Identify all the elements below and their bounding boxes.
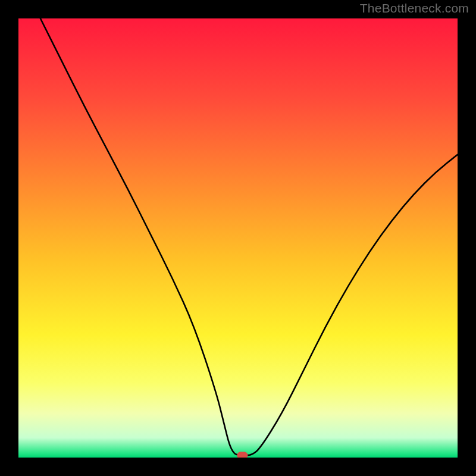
chart-svg: [18, 18, 458, 458]
optimal-point-marker: [237, 452, 248, 458]
bottleneck-chart: [18, 18, 458, 458]
chart-background: [18, 18, 458, 458]
watermark-text: TheBottleneck.com: [360, 1, 469, 15]
chart-frame: TheBottleneck.com: [0, 0, 476, 476]
